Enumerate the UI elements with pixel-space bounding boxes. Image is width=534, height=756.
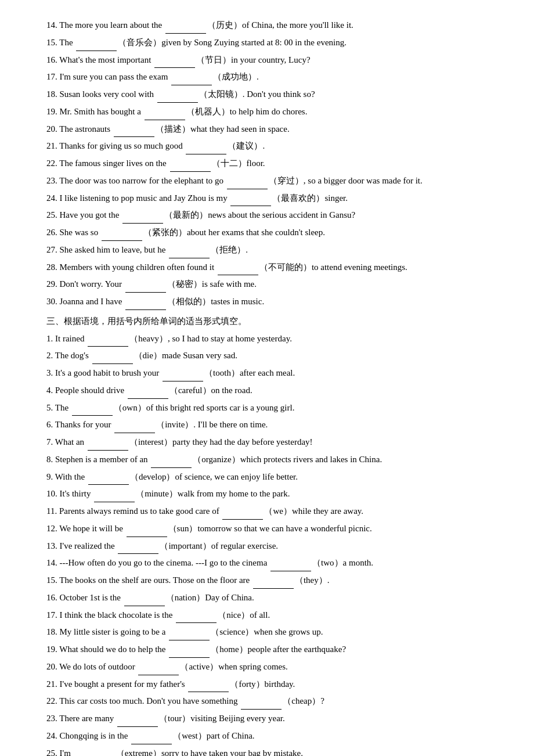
blank — [157, 102, 198, 103]
blank — [102, 240, 142, 241]
blank — [145, 120, 185, 120]
p3-line-11: 11. Parents always remind us to take goo… — [46, 503, 499, 520]
blank — [118, 553, 158, 554]
blank — [222, 519, 263, 520]
blank — [128, 398, 168, 399]
blank — [169, 640, 210, 640]
line-22: 22. The famous singer lives on the （十二）f… — [46, 156, 499, 172]
part3-header: 三、根据语境，用括号内所给单词的适当形式填空。 — [46, 314, 499, 330]
line-27: 27. She asked him to leave, but he （拒绝）. — [46, 242, 499, 258]
p3-line-21: 21. I've bought a present for my father'… — [46, 676, 499, 693]
blank — [188, 692, 229, 692]
blank — [171, 85, 212, 85]
blank — [186, 154, 226, 154]
blank — [125, 292, 166, 293]
blank — [125, 309, 166, 310]
blank — [227, 189, 268, 189]
blank — [88, 484, 129, 485]
line-16: 16. What's the most important （节日）in you… — [46, 52, 499, 69]
page-content: 14. The more you learn about the （历史）of … — [46, 17, 499, 756]
p3-line-4: 4. People should drive （careful）on the r… — [46, 383, 499, 399]
blank — [230, 206, 271, 206]
blank — [114, 433, 155, 433]
blank — [72, 415, 113, 416]
p3-line-18: 18. My little sister is going to be a （s… — [46, 624, 499, 640]
p3-line-17: 17. I think the black chocolate is the （… — [46, 607, 499, 624]
line-19: 19. Mr. Smith has bought a （机器人）to help … — [46, 104, 499, 120]
p3-line-25: 25. I'm （extreme）sorry to have taken you… — [46, 746, 499, 757]
p3-line-1: 1. It rained （heavy）, so I had to stay a… — [46, 331, 499, 347]
blank — [241, 709, 282, 710]
blank — [88, 450, 128, 451]
p3-line-2: 2. The dog's （die）made Susan very sad. — [46, 348, 499, 364]
p3-line-15: 15. The books on the shelf are ours. Tho… — [46, 573, 499, 589]
p3-line-10: 10. It's thirty （minute）walk from my hom… — [46, 486, 499, 502]
p3-line-22: 22. This car costs too much. Don't you h… — [46, 693, 499, 710]
blank — [76, 51, 117, 51]
blank — [88, 346, 128, 347]
blank — [154, 67, 195, 68]
p3-line-12: 12. We hope it will be （sun）tomorrow so … — [46, 521, 499, 537]
blank — [124, 606, 165, 606]
p3-line-3: 3. It's a good habit to brush your （toot… — [46, 365, 499, 381]
blank — [163, 381, 203, 381]
line-17: 17. I'm sure you can pass the exam （成功地）… — [46, 69, 499, 85]
section-part3: 三、根据语境，用括号内所给单词的适当形式填空。 1. It rained （he… — [46, 314, 499, 756]
section-part2-continued: 14. The more you learn about the （历史）of … — [46, 17, 499, 310]
blank — [170, 171, 211, 172]
blank — [151, 467, 192, 468]
line-24: 24. I like listening to pop music and Ja… — [46, 190, 499, 207]
p3-line-20: 20. We do lots of outdoor （active）when s… — [46, 659, 499, 675]
p3-line-24: 24. Chongqing is in the （west）part of Ch… — [46, 728, 499, 744]
blank — [138, 675, 179, 675]
p3-line-9: 9. With the （develop）of science, we can … — [46, 469, 499, 485]
p3-line-13: 13. I've realized the （important）of regu… — [46, 538, 499, 555]
blank — [165, 33, 206, 34]
p3-line-5: 5. The （own）of this bright red sports ca… — [46, 400, 499, 416]
line-28: 28. Members with young children often fo… — [46, 260, 499, 276]
p3-line-19: 19. What should we do to help the （home）… — [46, 642, 499, 658]
blank — [92, 363, 133, 364]
blank — [127, 537, 167, 537]
line-25: 25. Have you got the （最新的）news about the… — [46, 207, 499, 224]
p3-line-23: 23. There are many （tour）visiting Beijin… — [46, 711, 499, 727]
p3-line-6: 6. Thanks for your （invite）. I'll be the… — [46, 417, 499, 433]
line-21: 21. Thanks for giving us so much good （建… — [46, 138, 499, 154]
line-15: 15. The （音乐会）given by Song Zuying starte… — [46, 35, 499, 51]
blank — [117, 726, 158, 727]
line-18: 18. Susan looks very cool with （太阳镜）. Do… — [46, 87, 499, 103]
blank — [131, 744, 172, 744]
line-23: 23. The door was too narrow for the elep… — [46, 173, 499, 189]
blank — [169, 657, 210, 658]
p3-line-14: 14. ---How often do you go to the cinema… — [46, 555, 499, 571]
blank — [218, 275, 258, 275]
line-14: 14. The more you learn about the （历史）of … — [46, 17, 499, 34]
p3-line-8: 8. Stephen is a member of an （organize）w… — [46, 452, 499, 468]
blank — [114, 136, 154, 137]
line-29: 29. Don't worry. Your （秘密）is safe with m… — [46, 276, 499, 293]
blank — [176, 622, 217, 623]
blank — [253, 588, 294, 589]
p3-line-7: 7. What an （interest）party they had the … — [46, 434, 499, 451]
blank — [270, 571, 311, 571]
line-20: 20. The astronauts （描述）what they had see… — [46, 121, 499, 138]
blank — [94, 502, 135, 502]
line-26: 26. She was so （紧张的）about her exams that… — [46, 225, 499, 241]
blank — [169, 258, 210, 258]
line-30: 30. Joanna and I have （相似的）tastes in mus… — [46, 294, 499, 310]
blank — [122, 223, 163, 224]
p3-line-16: 16. October 1st is the （nation）Day of Ch… — [46, 590, 499, 606]
